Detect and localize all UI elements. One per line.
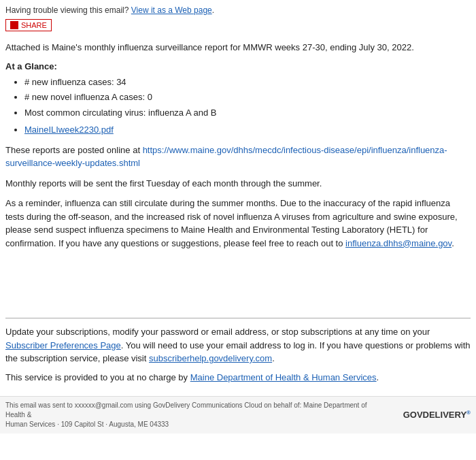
reminder-email-link[interactable]: influenza.dhhs@maine.gov: [345, 238, 452, 248]
govdelivery-logo: GOVDELIVERY®: [403, 410, 471, 420]
glance-item-3: Most common circulating virus: influenza…: [24, 106, 471, 120]
spacer: [0, 263, 476, 318]
online-text: These reports are posted online at https…: [5, 144, 471, 170]
trouble-label: Having trouble viewing this email?: [5, 5, 129, 15]
share-label: SHARE: [21, 21, 47, 29]
share-icon: [10, 21, 18, 29]
footer-update-text: Update your subscriptions, modify your p…: [5, 325, 471, 365]
subscriber-pref-link[interactable]: Subscriber Preferences Page: [5, 340, 121, 350]
glance-item-1: # new influenza cases: 34: [24, 76, 471, 89]
pdf-link[interactable]: MaineILIweek2230.pdf: [24, 125, 114, 135]
reminder-text: As a reminder, influenza can still circu…: [5, 197, 471, 250]
view-web-page-link[interactable]: View it as a Web page: [131, 5, 212, 15]
glance-item-2: # new novel influenza A cases: 0: [24, 91, 471, 104]
footer-bottom: This email was sent to xxxxxx@gmail.com …: [0, 396, 476, 433]
pdf-link-item: MaineILIweek2230.pdf: [24, 123, 471, 137]
online-url-link[interactable]: https://www.maine.gov/dhhs/mecdc/infecti…: [5, 145, 447, 169]
subscriberhelp-link[interactable]: subscriberhelp.govdelivery.com: [149, 353, 272, 363]
footer-content: Update your subscriptions, modify your p…: [0, 318, 476, 396]
intro-paragraph: Attached is Maine's monthly influenza su…: [5, 41, 471, 54]
main-content: Attached is Maine's monthly influenza su…: [0, 34, 476, 263]
glance-list: # new influenza cases: 34 # new novel in…: [24, 76, 471, 137]
at-glance-heading: At a Glance:: [5, 61, 471, 71]
share-button[interactable]: SHARE: [5, 19, 52, 31]
top-bar: Having trouble viewing this email? View …: [0, 0, 476, 34]
footer-bottom-text: This email was sent to xxxxxx@gmail.com …: [5, 401, 386, 429]
footer-provided-text: This service is provided to you at no ch…: [5, 371, 471, 384]
maine-dhhs-link[interactable]: Maine Department of Health & Human Servi…: [190, 372, 377, 382]
trouble-text: Having trouble viewing this email? View …: [5, 5, 471, 15]
monthly-text: Monthly reports will be sent the first T…: [5, 177, 471, 191]
